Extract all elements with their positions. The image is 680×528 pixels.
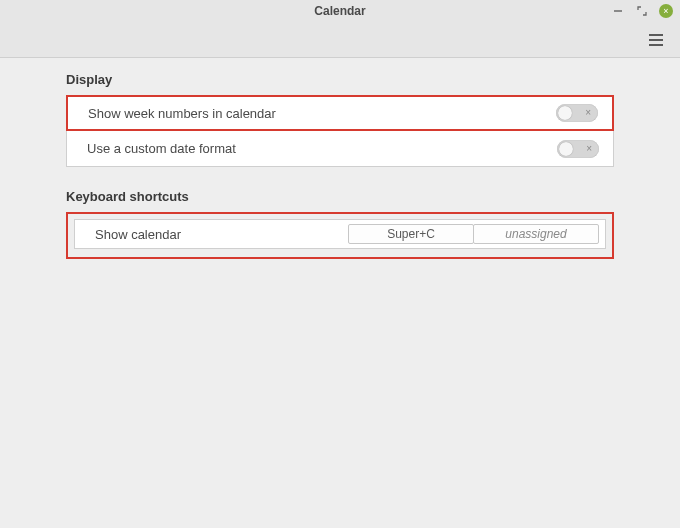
- option-show-week-numbers: Show week numbers in calendar: [66, 95, 614, 131]
- shortcut-row-highlight: Show calendar Super+C unassigned: [66, 212, 614, 259]
- display-section: Display Show week numbers in calendar Us…: [66, 72, 614, 167]
- shortcut-row-show-calendar: Show calendar Super+C unassigned: [74, 219, 606, 249]
- shortcut-label: Show calendar: [95, 227, 348, 242]
- minimize-button[interactable]: [610, 3, 626, 19]
- shortcut-primary[interactable]: Super+C: [348, 224, 474, 244]
- close-button[interactable]: ×: [658, 3, 674, 19]
- option-custom-date-format: Use a custom date format: [66, 131, 614, 167]
- maximize-button[interactable]: [634, 3, 650, 19]
- menu-button[interactable]: [646, 30, 666, 50]
- content-area: Display Show week numbers in calendar Us…: [0, 58, 680, 259]
- option-label: Use a custom date format: [87, 141, 557, 156]
- option-label: Show week numbers in calendar: [88, 106, 556, 121]
- window-controls: ×: [610, 0, 674, 22]
- hamburger-icon: [649, 34, 663, 36]
- window-title: Calendar: [314, 4, 365, 18]
- shortcuts-section-title: Keyboard shortcuts: [66, 189, 614, 204]
- close-icon: ×: [659, 4, 673, 18]
- headerbar: [0, 23, 680, 58]
- titlebar: Calendar ×: [0, 0, 680, 23]
- display-section-title: Display: [66, 72, 614, 87]
- shortcuts-section: Keyboard shortcuts Show calendar Super+C…: [66, 189, 614, 259]
- toggle-custom-date-format[interactable]: [557, 140, 599, 158]
- toggle-show-week-numbers[interactable]: [556, 104, 598, 122]
- shortcut-secondary[interactable]: unassigned: [473, 224, 599, 244]
